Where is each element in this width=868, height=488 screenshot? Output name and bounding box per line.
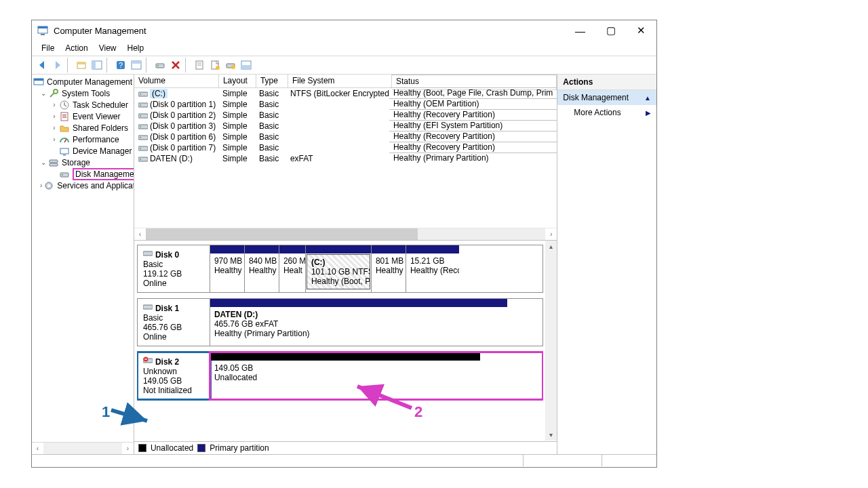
tree-storage[interactable]: ⌄Storage xyxy=(33,157,134,168)
partition[interactable]: 15.21 GBHealthy (Reco xyxy=(406,245,459,292)
partition[interactable]: 801 MBHealthy xyxy=(372,245,406,292)
chevron-right-icon[interactable]: › xyxy=(51,101,58,108)
disk-header[interactable]: Disk 2Unknown149.05 GBNot Initialized xyxy=(138,352,210,399)
volume-row[interactable]: (Disk 0 partition 7)SimpleBasicHealthy (… xyxy=(134,142,557,153)
toolbar-separator xyxy=(146,58,151,73)
gauge-icon xyxy=(59,134,70,145)
tree-root[interactable]: Computer Management (Local xyxy=(33,76,134,87)
svg-point-36 xyxy=(47,184,50,187)
diskmap-scroll-v[interactable]: ▴▾ xyxy=(545,241,557,441)
tree-task-scheduler[interactable]: ›Task Scheduler xyxy=(33,99,134,110)
svg-point-19 xyxy=(231,65,235,69)
tree-performance[interactable]: ›Performance xyxy=(33,134,134,145)
menu-view[interactable]: View xyxy=(94,42,122,54)
folder-share-icon xyxy=(59,123,70,134)
navigation-tree[interactable]: Computer Management (Local ⌄System Tools… xyxy=(32,75,134,454)
svg-rect-6 xyxy=(92,61,96,69)
volume-row[interactable]: (C:)SimpleBasicNTFS (BitLocker Encrypted… xyxy=(134,88,557,99)
tree-scroll-h[interactable]: ‹› xyxy=(32,442,134,454)
col-type[interactable]: Type xyxy=(256,75,288,88)
maximize-button[interactable]: ▢ xyxy=(595,20,626,41)
volume-row[interactable]: (Disk 0 partition 2)SimpleBasicHealthy (… xyxy=(134,110,557,121)
show-tree-button[interactable] xyxy=(90,58,104,73)
tree-disk-management[interactable]: Disk Management xyxy=(33,168,134,180)
tree-shared-folders[interactable]: ›Shared Folders xyxy=(33,122,134,134)
volume-scroll-h[interactable]: ‹› xyxy=(134,228,557,240)
new-button[interactable] xyxy=(208,58,222,73)
device-icon xyxy=(59,146,70,157)
svg-rect-32 xyxy=(50,163,58,166)
volume-row[interactable]: DATEN (D:)SimpleBasicexFATHealthy (Prima… xyxy=(134,153,557,164)
disk-header[interactable]: Disk 1Basic465.76 GBOnline xyxy=(138,299,210,346)
tree-services-apps[interactable]: ›Services and Applications xyxy=(33,180,134,191)
chevron-right-icon[interactable]: › xyxy=(40,182,42,189)
partition[interactable]: DATEN (D:)465.76 GB exFATHealthy (Primar… xyxy=(210,299,507,346)
list-view-button[interactable] xyxy=(129,58,144,73)
svg-rect-28 xyxy=(62,117,66,118)
disk-row[interactable]: Disk 0Basic119.12 GBOnline970 MBHealthy8… xyxy=(137,245,543,293)
actions-pane: Actions Disk Management▲ More Actions▶ xyxy=(557,75,656,454)
chevron-right-icon[interactable]: › xyxy=(51,124,58,131)
menu-file[interactable]: File xyxy=(36,42,60,54)
minimize-button[interactable]: — xyxy=(565,20,595,41)
storage-icon xyxy=(48,157,59,168)
volume-header[interactable]: Volume Layout Type File System Status xyxy=(134,75,557,88)
col-volume[interactable]: Volume xyxy=(134,75,219,88)
up-button[interactable] xyxy=(74,58,89,73)
svg-point-40 xyxy=(140,104,141,106)
disk-header[interactable]: Disk 0Basic119.12 GBOnline xyxy=(138,245,210,292)
svg-rect-1 xyxy=(38,26,47,28)
status-bar xyxy=(32,454,656,466)
col-fs[interactable]: File System xyxy=(288,75,392,88)
properties-button[interactable] xyxy=(192,58,207,73)
legend-swatch-primary xyxy=(197,444,205,452)
partition[interactable]: 840 MBHealthy xyxy=(245,245,279,292)
drive-icon xyxy=(138,102,148,108)
svg-point-42 xyxy=(140,115,141,117)
svg-text:?: ? xyxy=(119,61,123,69)
forward-button[interactable] xyxy=(50,58,65,73)
close-button[interactable]: ✕ xyxy=(626,20,656,41)
menu-action[interactable]: Action xyxy=(60,42,93,54)
help-button[interactable]: ? xyxy=(113,58,128,73)
volume-row[interactable]: (Disk 0 partition 3)SimpleBasicHealthy (… xyxy=(134,121,557,131)
disk-row[interactable]: Disk 1Basic465.76 GBOnlineDATEN (D:)465.… xyxy=(137,298,543,346)
actions-dm-header[interactable]: Disk Management▲ xyxy=(557,90,656,105)
chevron-right-icon[interactable]: › xyxy=(51,113,58,120)
chevron-right-icon[interactable]: › xyxy=(51,136,58,143)
svg-rect-2 xyxy=(41,34,45,35)
volume-row[interactable]: (Disk 0 partition 1)SimpleBasicHealthy (… xyxy=(134,99,557,110)
app-icon xyxy=(37,25,48,36)
svg-rect-52 xyxy=(143,305,153,309)
gear-icon xyxy=(43,180,54,191)
volume-list[interactable]: Volume Layout Type File System Status (C… xyxy=(134,75,557,241)
chevron-down-icon[interactable]: ⌄ xyxy=(40,89,47,97)
settings-button[interactable] xyxy=(223,58,238,73)
svg-rect-14 xyxy=(197,62,201,64)
drive-icon xyxy=(138,113,148,119)
menu-help[interactable]: Help xyxy=(122,42,150,54)
disk-row[interactable]: Disk 2Unknown149.05 GBNot Initialized149… xyxy=(137,352,543,400)
tree-system-tools[interactable]: ⌄System Tools xyxy=(33,87,134,99)
window-controls: — ▢ ✕ xyxy=(565,20,656,41)
partition[interactable]: (C:)101.10 GB NTFS (Healthy (Boot, P xyxy=(306,245,372,292)
tree-event-viewer[interactable]: ›Event Viewer xyxy=(33,110,134,122)
disk-icon xyxy=(143,303,153,313)
partition[interactable]: 149.05 GBUnallocated xyxy=(210,352,480,399)
delete-button[interactable] xyxy=(168,58,183,73)
partition[interactable]: 260 MHealt xyxy=(279,245,306,292)
tree-device-manager[interactable]: Device Manager xyxy=(33,145,134,157)
legend-swatch-unallocated xyxy=(138,444,146,452)
toolbar-separator xyxy=(67,58,72,73)
refresh-button[interactable] xyxy=(153,58,167,73)
back-button[interactable] xyxy=(35,58,50,73)
detail-view-button[interactable] xyxy=(239,58,254,73)
volume-row[interactable]: (Disk 0 partition 6)SimpleBasicHealthy (… xyxy=(134,131,557,142)
col-layout[interactable]: Layout xyxy=(219,75,256,88)
computer-icon xyxy=(33,77,44,87)
chevron-down-icon[interactable]: ⌄ xyxy=(40,159,47,166)
toolbar-separator xyxy=(106,58,111,73)
drive-icon xyxy=(138,91,148,98)
partition[interactable]: 970 MBHealthy xyxy=(210,245,245,292)
actions-more[interactable]: More Actions▶ xyxy=(557,105,656,120)
